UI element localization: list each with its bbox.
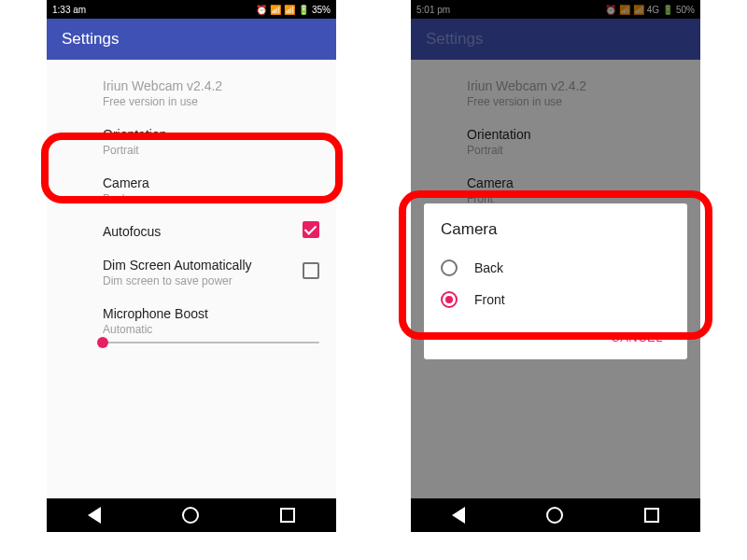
battery-icon: 🔋 [298, 5, 309, 15]
version-title: Iriun Webcam v2.4.2 [103, 78, 319, 93]
cancel-button[interactable]: CANCEL [603, 325, 670, 350]
camera-row[interactable]: Camera Back [47, 166, 336, 215]
status-icons: ⏰ 📶 📶 🔋 35% [256, 5, 331, 15]
slider-thumb[interactable] [97, 337, 108, 348]
nav-recent-button[interactable] [644, 508, 659, 523]
status-bar: 1:33 am ⏰ 📶 📶 🔋 35% [47, 0, 336, 19]
signal-icon: 📶 [284, 5, 295, 15]
mic-title: Microphone Boost [103, 306, 319, 321]
alarm-icon: ⏰ [256, 5, 267, 15]
dim-title: Dim Screen Automatically [103, 258, 319, 273]
dialog-title: Camera [441, 220, 670, 239]
autofocus-checkbox[interactable] [303, 221, 319, 238]
version-sub: Free version in use [103, 95, 319, 108]
radio-front[interactable] [441, 291, 458, 308]
radio-option-front[interactable]: Front [441, 284, 670, 315]
nav-home-button[interactable] [182, 507, 199, 524]
nav-back-button[interactable] [452, 507, 465, 524]
autofocus-title: Autofocus [103, 224, 319, 239]
radio-front-label: Front [474, 292, 505, 307]
radio-option-back[interactable]: Back [441, 252, 670, 284]
nav-recent-button[interactable] [280, 508, 295, 523]
mic-row[interactable]: Microphone Boost Automatic [47, 297, 336, 340]
orientation-sub: Portrait [103, 144, 319, 157]
dim-sub: Dim screen to save power [103, 274, 319, 287]
nav-bar [411, 498, 700, 532]
app-bar: Settings [47, 19, 336, 60]
nav-home-button[interactable] [546, 507, 563, 524]
dim-checkbox[interactable] [303, 262, 319, 279]
version-info: Iriun Webcam v2.4.2 Free version in use [47, 69, 336, 118]
nav-back-button[interactable] [88, 507, 101, 524]
radio-back-label: Back [474, 260, 503, 275]
radio-back[interactable] [441, 259, 458, 276]
dim-row[interactable]: Dim Screen Automatically Dim screen to s… [47, 248, 336, 297]
appbar-title: Settings [62, 30, 119, 49]
camera-dialog: Camera Back Front CANCEL [424, 203, 687, 359]
battery-text: 35% [312, 5, 331, 15]
camera-sub: Back [103, 192, 319, 205]
settings-list: Iriun Webcam v2.4.2 Free version in use … [47, 60, 336, 353]
camera-title: Camera [103, 175, 319, 190]
phone-left: 1:33 am ⏰ 📶 📶 🔋 35% Settings Iriun Webca… [47, 0, 336, 532]
orientation-row[interactable]: Orientation Portrait [47, 118, 336, 166]
orientation-title: Orientation [103, 127, 319, 142]
mic-sub: Automatic [103, 323, 319, 336]
phone-right: 5:01 pm ⏰ 📶 📶 4G 🔋 50% Settings Iriun We… [411, 0, 700, 532]
mic-slider[interactable] [47, 340, 336, 353]
status-time: 1:33 am [52, 5, 86, 15]
wifi-icon: 📶 [270, 5, 281, 15]
autofocus-row[interactable]: Autofocus [47, 215, 336, 248]
nav-bar [47, 498, 336, 532]
